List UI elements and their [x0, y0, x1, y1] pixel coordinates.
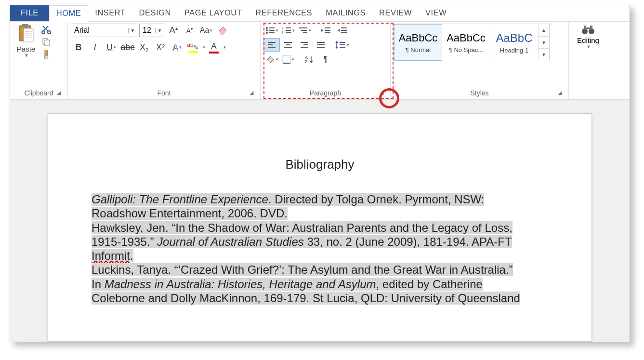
paint-bucket-icon: [265, 55, 275, 64]
bibliography-entry[interactable]: Gallipoli: The Frontline Experience. Dir…: [92, 192, 548, 221]
style-heading1[interactable]: AaBbC Heading 1: [490, 24, 539, 61]
gallery-expand-button[interactable]: ▼: [539, 49, 549, 61]
line-spacing-icon: [335, 41, 346, 49]
show-hide-button[interactable]: ¶: [317, 53, 334, 66]
tab-view[interactable]: VIEW: [419, 5, 453, 21]
tab-file[interactable]: FILE: [10, 5, 49, 21]
shrink-font-icon: A▾: [186, 27, 193, 35]
line-spacing-button[interactable]: ▾: [334, 38, 350, 52]
indent-icon: [337, 27, 347, 34]
bold-button[interactable]: B: [71, 40, 86, 54]
style-normal[interactable]: AaBbCc ¶ Normal: [394, 24, 442, 61]
align-left-icon: [267, 41, 276, 49]
change-case-button[interactable]: Aa▾: [199, 24, 213, 37]
clipboard-launcher[interactable]: ◢: [57, 90, 64, 96]
scissors-icon: [41, 25, 51, 34]
font-color-icon: A: [211, 41, 216, 51]
svg-point-14: [266, 29, 268, 31]
caret-down-icon: ▾: [114, 45, 116, 50]
increase-indent-button[interactable]: [334, 24, 350, 37]
subscript-button[interactable]: X2: [136, 40, 152, 54]
paste-label: Paste: [17, 45, 35, 53]
italic-button[interactable]: I: [87, 40, 103, 54]
underline-button[interactable]: U▾: [104, 40, 119, 54]
style-preview: AaBbC: [496, 31, 532, 45]
text-selected: Luckins, Tanya. “’Crazed With Grief?’: T…: [92, 263, 513, 276]
font-name-input[interactable]: [71, 24, 128, 37]
grow-font-button[interactable]: A▴: [166, 24, 181, 37]
tab-home[interactable]: HOME: [49, 5, 89, 22]
copy-button[interactable]: [39, 36, 53, 48]
svg-point-48: [273, 61, 275, 63]
caret-down-icon: ▾: [309, 28, 311, 33]
align-right-button[interactable]: [296, 38, 313, 52]
caret-down-icon[interactable]: ▾: [203, 45, 205, 50]
style-no-spacing[interactable]: AaBbCc ¶ No Spac...: [442, 24, 490, 61]
strikethrough-icon: abc: [120, 42, 134, 53]
caret-down-icon: ▼: [587, 44, 591, 49]
clear-formatting-button[interactable]: [215, 24, 230, 37]
font-color-button[interactable]: A: [206, 40, 222, 54]
borders-button[interactable]: ▾: [280, 53, 296, 66]
bullets-button[interactable]: ▾: [263, 24, 280, 37]
font-name-combo[interactable]: ▼: [71, 24, 137, 37]
page: Bibliography Gallipoli: The Frontline Ex…: [48, 113, 592, 342]
svg-point-8: [48, 31, 51, 34]
group-label-clipboard: Clipboard: [25, 89, 53, 97]
tab-page-layout[interactable]: PAGE LAYOUT: [178, 5, 249, 21]
font-launcher[interactable]: ◢: [250, 90, 256, 96]
tab-insert[interactable]: INSERT: [88, 5, 132, 21]
align-center-button[interactable]: [280, 38, 296, 52]
format-painter-button[interactable]: [39, 49, 53, 60]
align-left-button[interactable]: [263, 38, 280, 52]
strikethrough-button[interactable]: abc: [120, 40, 135, 54]
justify-icon: [316, 41, 326, 49]
text-selected: .: [130, 249, 133, 262]
binoculars-icon: [581, 24, 595, 35]
group-clipboard: Paste ▼ Clipboard ◢: [10, 22, 68, 99]
styles-launcher[interactable]: ◢: [558, 90, 565, 96]
tab-design[interactable]: DESIGN: [132, 5, 178, 21]
paste-button[interactable]: Paste ▼: [13, 24, 39, 58]
highlight-button[interactable]: ab✎: [185, 40, 201, 54]
cut-button[interactable]: [39, 24, 53, 35]
decrease-indent-button[interactable]: [317, 24, 334, 37]
sort-icon: AZ: [304, 55, 314, 64]
style-name: Heading 1: [500, 47, 528, 54]
tab-mailings[interactable]: MAILINGS: [319, 5, 372, 21]
tab-references[interactable]: REFERENCES: [249, 5, 319, 21]
find-button[interactable]: Editing ▼: [577, 24, 600, 49]
svg-text:Z: Z: [305, 59, 308, 64]
text-selected: In: [92, 278, 105, 291]
chevron-down-icon[interactable]: ▼: [128, 28, 137, 33]
editing-label: Editing: [577, 36, 599, 44]
superscript-icon: X2: [156, 42, 165, 53]
sort-button[interactable]: AZ: [301, 53, 317, 66]
caret-down-icon[interactable]: ▾: [223, 45, 226, 50]
superscript-button[interactable]: X2: [153, 40, 168, 54]
text-effects-button[interactable]: A▾: [169, 40, 184, 54]
justify-button[interactable]: [313, 38, 329, 52]
bibliography-entry[interactable]: Hawksley, Jen. “In the Shadow of War: Au…: [92, 221, 548, 263]
font-size-input[interactable]: [140, 24, 155, 37]
document-area[interactable]: Bibliography Gallipoli: The Frontline Ex…: [10, 100, 630, 342]
numbering-button[interactable]: 123▾: [280, 24, 296, 37]
svg-rect-1: [22, 24, 28, 27]
text-selected: Madness in Australia: Histories, Heritag…: [105, 278, 376, 291]
bibliography-entry[interactable]: Luckins, Tanya. “’Crazed With Grief?’: T…: [92, 263, 548, 305]
font-size-combo[interactable]: ▼: [139, 24, 164, 37]
style-preview: AaBbCc: [399, 32, 438, 44]
shading-button[interactable]: ▾: [263, 53, 280, 66]
svg-rect-11: [45, 51, 48, 55]
multilevel-list-button[interactable]: ▾: [296, 24, 313, 37]
bold-icon: B: [76, 42, 82, 53]
tab-review[interactable]: REVIEW: [372, 5, 419, 21]
gallery-down-button[interactable]: ▼: [539, 37, 549, 49]
group-styles: AaBbCc ¶ Normal AaBbCc ¶ No Spac... AaBb…: [391, 22, 569, 99]
svg-rect-49: [283, 55, 290, 63]
shrink-font-button[interactable]: A▾: [183, 24, 197, 37]
chevron-down-icon[interactable]: ▼: [155, 28, 164, 33]
gallery-up-button[interactable]: ▲: [539, 24, 549, 37]
underline-icon: U: [106, 42, 113, 53]
paragraph-launcher[interactable]: ◢: [380, 90, 386, 96]
